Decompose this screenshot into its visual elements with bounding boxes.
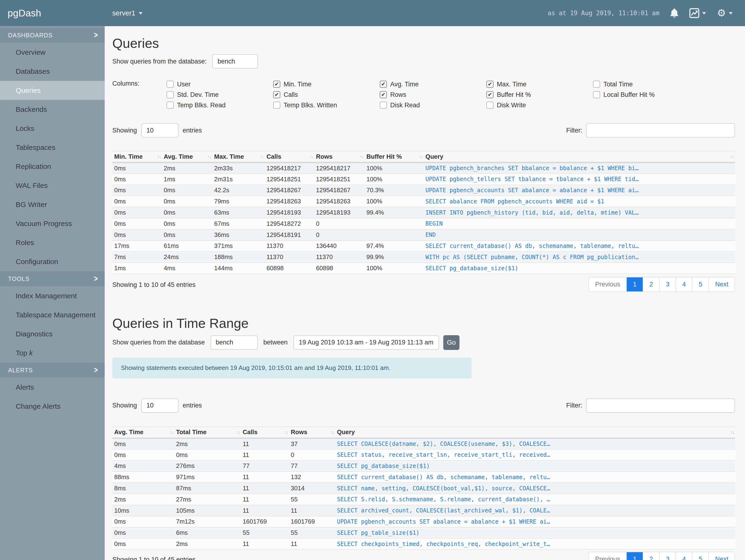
sidebar-item-tablespaces[interactable]: Tablespaces bbox=[0, 138, 105, 157]
page-3[interactable]: 3 bbox=[659, 277, 676, 291]
charts-menu-button[interactable] bbox=[689, 8, 706, 18]
page-previous[interactable]: Previous bbox=[589, 277, 626, 291]
query-cell[interactable]: SELECT pg_database_size($1) bbox=[424, 263, 735, 274]
database-input-2[interactable] bbox=[210, 335, 258, 350]
page-2[interactable]: 2 bbox=[643, 277, 659, 291]
query-cell[interactable]: SELECT abalance FROM pgbench_accounts WH… bbox=[424, 196, 735, 207]
column-checkbox-temp-blks-read[interactable]: Temp Blks. Read bbox=[167, 102, 273, 109]
page-5[interactable]: 5 bbox=[692, 277, 708, 291]
cell: 1601769 bbox=[241, 516, 289, 527]
column-checkbox-calls[interactable]: ✔Calls bbox=[273, 91, 380, 98]
column-header-calls[interactable]: Calls↑↓ bbox=[265, 151, 314, 163]
sidebar-item-index-management[interactable]: Index Management bbox=[0, 287, 105, 305]
column-header-query[interactable]: Query↑↓ bbox=[424, 151, 735, 163]
column-checkbox-avg-time[interactable]: ✔Avg. Time bbox=[380, 80, 486, 88]
column-header-avg-time[interactable]: Avg. Time↑↓ bbox=[112, 427, 174, 438]
column-header-rows[interactable]: Rows↑↓ bbox=[314, 151, 364, 163]
query-cell[interactable]: INSERT INTO pgbench_history (tid, bid, a… bbox=[424, 207, 735, 218]
database-input[interactable] bbox=[212, 54, 258, 68]
query-cell[interactable]: SELECT pg_database_size($1) bbox=[335, 461, 735, 472]
query-cell[interactable]: WITH pc AS (SELECT pubname, COUNT(*) AS … bbox=[424, 252, 735, 263]
filter-input[interactable] bbox=[586, 123, 735, 137]
column-checkbox-rows[interactable]: ✔Rows bbox=[380, 91, 486, 98]
server-selector[interactable]: server1 bbox=[112, 9, 142, 17]
brand-logo[interactable]: pgDash bbox=[0, 8, 105, 19]
filter-input-2[interactable] bbox=[586, 398, 735, 413]
notifications-button[interactable] bbox=[670, 8, 678, 18]
chevron-right-icon: > bbox=[94, 274, 98, 284]
query-cell[interactable]: SELECT S.relid, S.schemaname, S.relname,… bbox=[335, 494, 735, 505]
query-cell[interactable]: SELECT current_database() AS db, scheman… bbox=[424, 240, 735, 252]
query-cell[interactable]: SELECT COALESCE(datname, $2), COALESCE(u… bbox=[335, 438, 735, 449]
sidebar-item-top-k[interactable]: Topk bbox=[0, 343, 105, 363]
sidebar-item-diagnostics[interactable]: Diagnostics bbox=[0, 325, 105, 343]
query-cell[interactable]: UPDATE pgbench_accounts SET abalance = a… bbox=[424, 185, 735, 196]
page-previous[interactable]: Previous bbox=[589, 552, 626, 560]
page-size-input[interactable] bbox=[141, 123, 179, 137]
page-next[interactable]: Next bbox=[708, 277, 735, 291]
query-cell[interactable]: SELECT status, receive_start_lsn, receiv… bbox=[335, 449, 735, 461]
column-header-query[interactable]: Query↑↓ bbox=[335, 427, 735, 438]
sidebar-item-backends[interactable]: Backends bbox=[0, 100, 105, 119]
sidebar-item-alerts[interactable]: Alerts bbox=[0, 378, 105, 397]
query-cell[interactable]: BEGIN bbox=[424, 218, 735, 229]
sidebar-item-replication[interactable]: Replication bbox=[0, 157, 105, 176]
column-header-buffer-hit[interactable]: Buffer Hit %↑↓ bbox=[364, 151, 424, 163]
page-5[interactable]: 5 bbox=[692, 552, 708, 560]
database-selector-row: Show queries from the database: bbox=[112, 54, 735, 68]
column-checkbox-total-time[interactable]: Total Time bbox=[593, 80, 700, 88]
sidebar-item-databases[interactable]: Databases bbox=[0, 62, 105, 81]
page-1[interactable]: 1 bbox=[626, 552, 643, 560]
query-cell[interactable]: SELECT pg_table_size($1) bbox=[335, 527, 735, 538]
column-checkbox-local-buffer-hit[interactable]: Local Buffer Hit % bbox=[593, 91, 700, 98]
page-4[interactable]: 4 bbox=[676, 277, 692, 291]
query-cell[interactable]: END bbox=[424, 229, 735, 240]
sort-icon: ↑↓ bbox=[730, 154, 734, 159]
column-checkbox-std-dev-time[interactable]: Std. Dev. Time bbox=[167, 91, 273, 98]
page-size-input-2[interactable] bbox=[141, 398, 179, 413]
page-1[interactable]: 1 bbox=[626, 277, 643, 291]
sidebar-item-wal-files[interactable]: WAL Files bbox=[0, 176, 105, 195]
sidebar-item-roles[interactable]: Roles bbox=[0, 233, 105, 252]
checkbox-unchecked-icon bbox=[167, 91, 174, 98]
sidebar-item-vacuum-progress[interactable]: Vacuum Progress bbox=[0, 214, 105, 233]
settings-menu-button[interactable]: ⚙ bbox=[717, 8, 733, 18]
page-3[interactable]: 3 bbox=[659, 552, 676, 560]
column-checkbox-user[interactable]: User bbox=[167, 80, 273, 88]
page-2[interactable]: 2 bbox=[643, 552, 659, 560]
sidebar-item-bg-writer[interactable]: BG Writer bbox=[0, 195, 105, 214]
sidebar-item-tablespace-management[interactable]: Tablespace Management bbox=[0, 305, 105, 325]
go-button[interactable]: Go bbox=[443, 335, 459, 350]
query-cell[interactable]: SELECT archived_count, COALESCE(last_arc… bbox=[335, 505, 735, 516]
query-cell[interactable]: UPDATE pgbench_tellers SET tbalance = tb… bbox=[424, 174, 735, 185]
time-range-input[interactable] bbox=[293, 335, 439, 350]
column-checkbox-temp-blks-written[interactable]: Temp Blks. Written bbox=[273, 102, 380, 109]
column-checkbox-disk-write[interactable]: Disk Write bbox=[486, 102, 593, 109]
query-cell[interactable]: SELECT checkpoints_timed, checkpoints_re… bbox=[335, 538, 735, 550]
query-cell[interactable]: UPDATE pgbench_branches SET bbalance = b… bbox=[424, 163, 735, 174]
column-header-calls[interactable]: Calls↑↓ bbox=[241, 427, 289, 438]
sidebar-section-dashboards[interactable]: DASHBOARDS> bbox=[0, 28, 105, 43]
column-header-rows[interactable]: Rows↑↓ bbox=[289, 427, 335, 438]
sidebar-item-overview[interactable]: Overview bbox=[0, 43, 105, 62]
query-cell[interactable]: SELECT current_database() AS db, scheman… bbox=[335, 471, 735, 483]
sidebar-section-alerts[interactable]: ALERTS> bbox=[0, 363, 105, 378]
page-next[interactable]: Next bbox=[708, 552, 735, 560]
column-header-total-time[interactable]: Total Time↑↓ bbox=[174, 427, 241, 438]
query-cell[interactable]: SELECT name, setting, COALESCE(boot_val,… bbox=[335, 483, 735, 494]
column-checkbox-min-time[interactable]: ✔Min. Time bbox=[273, 80, 380, 88]
sidebar-item-queries[interactable]: Queries bbox=[0, 81, 105, 100]
sidebar-section-tools[interactable]: TOOLS> bbox=[0, 271, 105, 287]
checkbox-label: Temp Blks. Written bbox=[284, 102, 337, 109]
column-checkbox-buffer-hit[interactable]: ✔Buffer Hit % bbox=[486, 91, 593, 98]
column-checkbox-max-time[interactable]: ✔Max. Time bbox=[486, 80, 593, 88]
sidebar-item-change-alerts[interactable]: Change Alerts bbox=[0, 397, 105, 416]
column-checkbox-disk-read[interactable]: Disk Read bbox=[380, 102, 486, 109]
query-cell[interactable]: UPDATE pgbench_accounts SET abalance = a… bbox=[335, 516, 735, 527]
page-4[interactable]: 4 bbox=[676, 552, 692, 560]
sidebar-item-locks[interactable]: Locks bbox=[0, 119, 105, 138]
sidebar-item-configuration[interactable]: Configuration bbox=[0, 252, 105, 271]
column-header-min-time[interactable]: Min. Time↑↓ bbox=[112, 151, 162, 163]
column-header-max-time[interactable]: Max. Time↑↓ bbox=[212, 151, 265, 163]
column-header-avg-time[interactable]: Avg. Time↑↓ bbox=[162, 151, 212, 163]
